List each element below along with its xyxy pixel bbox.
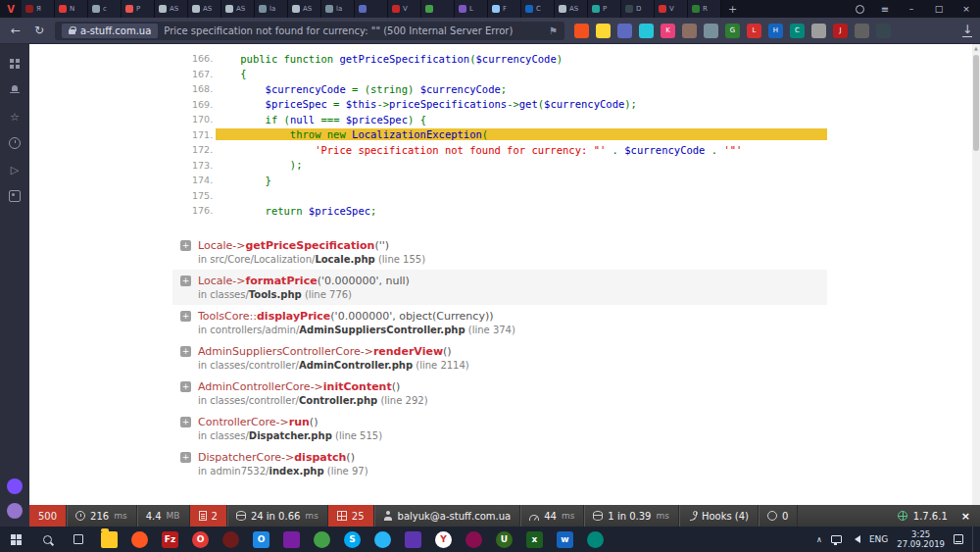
taskbar-app-opera[interactable]: O — [192, 531, 209, 548]
expand-plus-icon[interactable]: + — [180, 381, 191, 392]
browser-tab[interactable]: F — [488, 0, 521, 18]
taskbar-app-telegram[interactable] — [374, 531, 391, 548]
page-scrollbar[interactable]: ▲ — [972, 44, 980, 505]
taskbar-app-file-explorer[interactable] — [101, 531, 118, 548]
debugbar-http-status[interactable]: 500 — [29, 505, 67, 527]
trace-method[interactable]: initContent — [323, 380, 392, 393]
language-indicator[interactable]: ENG — [869, 534, 888, 544]
debugbar-warnings[interactable]: 2 — [190, 505, 227, 527]
browser-tab[interactable]: c — [88, 0, 122, 18]
extension-icon[interactable] — [855, 24, 869, 38]
debugbar-queries-time[interactable]: 24 in 0.66ms — [227, 505, 328, 527]
expand-plus-icon[interactable]: + — [180, 346, 191, 357]
start-button[interactable] — [0, 527, 31, 552]
browser-tab[interactable]: AS — [155, 0, 188, 18]
taskbar-app-word[interactable]: w — [557, 531, 573, 548]
notifications-panel-icon[interactable] — [9, 84, 21, 96]
history-panel-icon[interactable] — [9, 137, 21, 149]
extension-icon[interactable] — [574, 24, 589, 38]
trace-method[interactable]: getPriceSpecification — [245, 239, 374, 252]
browser-tab[interactable]: L — [455, 0, 488, 18]
taskbar-app-blue-o-app[interactable]: O — [253, 531, 270, 548]
expand-plus-icon[interactable]: + — [180, 452, 191, 463]
reload-button[interactable]: ↻ — [31, 24, 47, 37]
scrollbar-thumb[interactable] — [973, 55, 979, 151]
debugbar-tables[interactable]: 25 — [328, 505, 374, 527]
debugbar-close-button[interactable]: × — [954, 510, 970, 523]
trace-method[interactable]: dispatch — [294, 451, 346, 464]
taskbar-app-yandex-browser[interactable]: Y — [435, 531, 452, 548]
trace-method[interactable]: displayPrice — [257, 310, 330, 323]
taskbar-app-maroon-app[interactable] — [466, 531, 482, 548]
volume-icon[interactable] — [851, 535, 860, 543]
browser-tab[interactable]: N — [55, 0, 88, 18]
task-view-button[interactable] — [63, 527, 94, 552]
extension-icon[interactable] — [596, 24, 611, 38]
taskbar-search-button[interactable] — [31, 527, 63, 552]
browser-tab[interactable]: AS — [221, 0, 255, 18]
debugbar-php-time[interactable]: 44ms — [520, 505, 584, 527]
debugbar-requests[interactable]: 1 in 0.39ms — [584, 505, 679, 527]
vivaldi-menu-button[interactable]: V — [0, 0, 22, 18]
debugbar-memory[interactable]: 4.4MB — [137, 505, 190, 527]
bookmarks-panel-icon[interactable]: ☆ — [9, 111, 21, 123]
taskbar-app-u-app[interactable]: U — [496, 531, 513, 548]
debugbar-hooks[interactable]: Hooks (4) — [679, 505, 759, 527]
debugbar-load-time[interactable]: 216ms — [67, 505, 137, 527]
action-center-icon[interactable] — [954, 534, 963, 544]
taskbar-app-green-app[interactable] — [314, 531, 330, 548]
profile-button[interactable] — [847, 0, 872, 18]
extension-icon[interactable] — [639, 24, 654, 38]
expand-plus-icon[interactable]: + — [180, 417, 191, 427]
window-minimize-button[interactable]: – — [898, 0, 925, 18]
tray-expand-chevron[interactable]: ∧ — [816, 535, 822, 544]
bookmark-flag-icon[interactable]: ⚑ — [549, 25, 558, 36]
browser-tab[interactable] — [421, 0, 455, 18]
extension-icon[interactable]: G — [725, 24, 740, 38]
browser-tab[interactable]: AS — [188, 0, 221, 18]
taskbar-app-dark-red-app[interactable] — [222, 531, 239, 548]
site-identity-chip[interactable]: a-stuff.com.ua — [62, 24, 158, 38]
taskbar-app-excel[interactable]: x — [526, 531, 543, 548]
browser-tab[interactable]: V — [388, 0, 421, 18]
display-icon[interactable] — [831, 535, 842, 543]
scrollbar-up-icon[interactable]: ▲ — [972, 44, 980, 53]
window-close-button[interactable]: × — [953, 0, 980, 18]
taskbar-app-firefox[interactable] — [131, 531, 148, 548]
window-maximize-button[interactable]: □ — [925, 0, 953, 18]
extension-icon[interactable] — [876, 24, 891, 38]
browser-menu-button[interactable]: ≡ — [872, 0, 898, 18]
extension-icon[interactable] — [704, 24, 718, 38]
extension-icon[interactable] — [617, 24, 632, 38]
taskbar-app-purple-app[interactable] — [283, 531, 300, 548]
downloads-icon[interactable]: ↓ — [962, 24, 972, 37]
extension-icon[interactable]: J — [833, 24, 848, 38]
browser-tab[interactable]: C — [521, 0, 555, 18]
expand-plus-icon[interactable]: + — [180, 240, 191, 251]
browser-tab[interactable]: V — [655, 0, 688, 18]
extension-icon[interactable]: C — [790, 24, 805, 38]
taskbar-app-teal-app[interactable] — [587, 531, 604, 548]
clock[interactable]: 3:25 27.09.2019 — [897, 529, 945, 549]
extension-icon[interactable] — [682, 24, 697, 38]
expand-plus-icon[interactable]: + — [180, 276, 191, 286]
panel-app-icon[interactable] — [7, 478, 23, 494]
trace-method[interactable]: run — [289, 416, 310, 428]
browser-tab[interactable]: D — [621, 0, 655, 18]
speed-dial-panel-icon[interactable] — [9, 58, 21, 70]
browser-tab[interactable]: P — [122, 0, 155, 18]
extension-icon[interactable]: L — [747, 24, 761, 38]
trace-method[interactable]: formatPrice — [245, 275, 317, 287]
browser-tab[interactable]: R — [688, 0, 721, 18]
expand-plus-icon[interactable]: + — [180, 311, 191, 322]
taskbar-app-skype[interactable]: S — [344, 531, 361, 548]
panel-app-icon[interactable] — [7, 503, 23, 519]
extension-icon[interactable] — [811, 24, 826, 38]
capture-panel-icon[interactable] — [9, 190, 21, 202]
taskbar-app-violet-app[interactable] — [405, 531, 421, 548]
new-tab-button[interactable]: + — [721, 0, 744, 18]
debugbar-user[interactable]: balyuk@a-stuff.com.ua — [374, 505, 521, 527]
media-panel-icon[interactable]: ▷ — [9, 164, 21, 176]
browser-tab[interactable]: la — [321, 0, 355, 18]
browser-tab[interactable]: P — [588, 0, 621, 18]
